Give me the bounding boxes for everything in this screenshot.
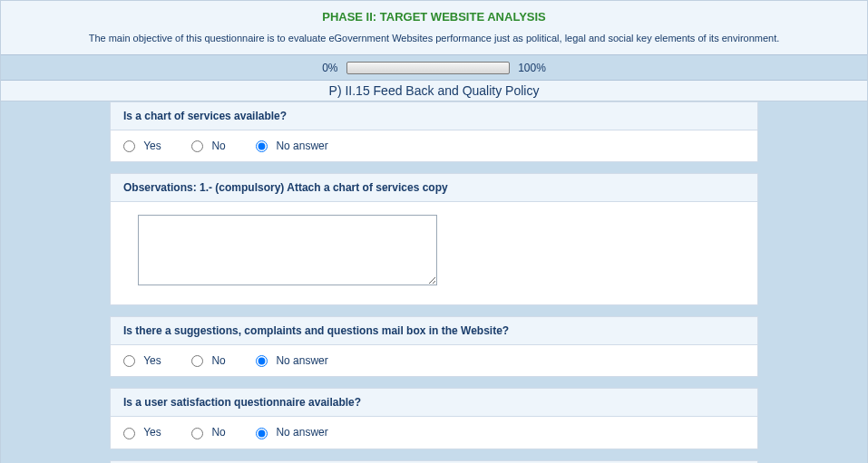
questionnaire-container: PHASE II: TARGET WEBSITE ANALYSIS The ma… (0, 0, 868, 463)
question-label: Is a user satisfaction questionnaire ava… (110, 388, 758, 417)
radio-yes[interactable] (123, 140, 135, 152)
body-area: Is a chart of services available? Yes No… (1, 101, 867, 463)
option-label: No answer (276, 354, 327, 367)
radio-no[interactable] (191, 140, 203, 152)
progress-left-label: 0% (322, 62, 337, 74)
option-no[interactable]: No (191, 354, 226, 367)
option-label: No answer (276, 140, 327, 152)
option-label: Yes (143, 426, 161, 439)
objective-text: The main objective of this questionnaire… (19, 33, 849, 43)
option-label: Yes (143, 140, 161, 152)
radio-no[interactable] (191, 355, 203, 367)
option-no[interactable]: No (191, 426, 226, 439)
radio-no[interactable] (191, 428, 203, 439)
option-label: No answer (276, 426, 327, 439)
radio-yes[interactable] (123, 355, 135, 367)
option-no-answer[interactable]: No answer (256, 426, 328, 439)
observation-block: Observations: 1.- (compulsory) Attach a … (110, 173, 758, 305)
option-no-answer[interactable]: No answer (256, 354, 328, 367)
progress-row: 0% 100% (1, 54, 867, 81)
option-yes[interactable]: Yes (123, 140, 161, 152)
question-block: Is there a suggestions, complaints and q… (110, 316, 758, 377)
option-label: No (211, 140, 225, 152)
option-yes[interactable]: Yes (123, 426, 161, 439)
option-yes[interactable]: Yes (123, 354, 161, 367)
section-title: P) II.15 Feed Back and Quality Policy (1, 81, 867, 101)
observation-textarea[interactable] (138, 215, 437, 285)
question-options: Yes No No answer (110, 130, 758, 162)
radio-no-answer[interactable] (256, 428, 268, 439)
progress-bar (346, 62, 510, 74)
question-options: Yes No No answer (110, 417, 758, 449)
radio-no-answer[interactable] (256, 140, 268, 152)
option-label: No (211, 354, 225, 367)
question-block: Is a user satisfaction questionnaire ava… (110, 388, 758, 449)
radio-yes[interactable] (123, 428, 135, 439)
header: PHASE II: TARGET WEBSITE ANALYSIS The ma… (1, 1, 867, 54)
question-label: Is there a suggestions, complaints and q… (110, 316, 758, 345)
observation-label: Observations: 1.- (compulsory) Attach a … (110, 173, 758, 202)
question-options: Yes No No answer (110, 345, 758, 377)
option-label: No (211, 426, 225, 439)
observation-body (110, 202, 758, 305)
question-block: Is a chart of services available? Yes No… (110, 101, 758, 162)
option-label: Yes (143, 354, 161, 367)
option-no-answer[interactable]: No answer (256, 140, 328, 152)
radio-no-answer[interactable] (256, 355, 268, 367)
question-label: Is a chart of services available? (110, 101, 758, 130)
option-no[interactable]: No (191, 140, 226, 152)
phase-title: PHASE II: TARGET WEBSITE ANALYSIS (19, 10, 849, 24)
progress-right-label: 100% (518, 62, 546, 74)
